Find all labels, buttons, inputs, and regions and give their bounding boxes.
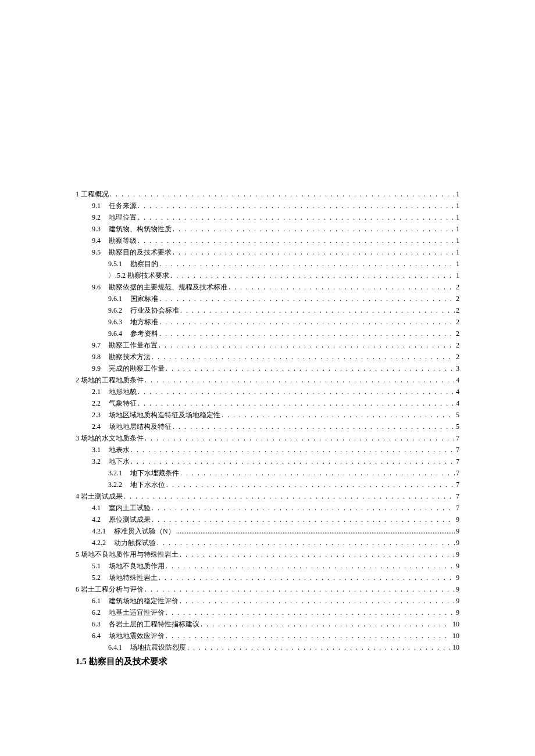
toc-leader-dots — [172, 247, 455, 257]
toc-leader-dots — [165, 630, 451, 641]
toc-entry: 3.2.2地下水水位7 — [76, 479, 459, 490]
toc-entry: 4.2.1标准贯入试验（N）9 — [76, 526, 459, 536]
toc-leader-dots — [179, 596, 455, 606]
toc-number: 9.8 — [92, 352, 101, 362]
toc-title: 〉.5.2 勘察技术要求 — [108, 270, 169, 281]
toc-title: 任务来源 — [109, 200, 137, 211]
toc-number: 2.3 — [92, 410, 101, 420]
toc-number: 9.6 — [92, 282, 101, 292]
toc-page-number: 10 — [451, 642, 459, 653]
toc-title: 地下水埋藏条件 — [130, 468, 179, 478]
toc-leader-dots — [179, 549, 455, 560]
toc-leader-dots — [137, 200, 455, 211]
toc-title: 勘察依据的主要规范、规程及技术标准 — [109, 282, 227, 292]
toc-entry: 6.2地基土适宜性评价9 — [76, 607, 459, 618]
toc-leader-dots — [130, 456, 455, 467]
toc-title: 地下水 — [109, 456, 130, 467]
toc-number: 9.6.3 — [108, 317, 122, 327]
toc-leader-dots — [165, 561, 455, 571]
toc-title: 场地地层结构及特征 — [109, 421, 172, 432]
toc-title: 勘察目的及技术要求 — [109, 247, 172, 257]
toc-title: 2 场地的工程地质条件 — [76, 375, 144, 385]
toc-entry: 9.6.2行业及协会标准2 — [76, 305, 459, 316]
toc-page-number: 10 — [451, 630, 459, 641]
toc-entry: 9.6.3地方标准2 — [76, 317, 459, 327]
toc-entry: 5 场地不良地质作用与特殊性岩土9 — [76, 549, 459, 560]
toc-number: 9.3 — [92, 224, 101, 234]
toc-leader-dots — [158, 317, 455, 327]
toc-title: 原位测试成果 — [109, 514, 151, 525]
toc-page-number: 9 — [455, 607, 459, 618]
toc-number: 6.4 — [92, 630, 101, 641]
toc-title: 气象特征 — [109, 398, 137, 409]
toc-entry: 3.2.1地下水埋藏条件7 — [76, 468, 459, 478]
toc-leader-dots — [172, 224, 455, 234]
toc-page-number: 2 — [455, 305, 459, 316]
toc-title: 场地地震效应评价 — [109, 630, 165, 641]
toc-page-number: 7 — [455, 491, 459, 501]
toc-page-number: 7 — [455, 445, 459, 455]
toc-page-number: 4 — [455, 398, 459, 409]
toc-number: 9.6.1 — [108, 293, 122, 304]
toc-page-number: 1 — [455, 224, 459, 234]
toc-page-number: 1 — [455, 189, 459, 199]
toc-page-number: 2 — [455, 328, 459, 339]
toc-entry: 〉.5.2 勘察技术要求1 — [76, 270, 459, 281]
toc-page-number: 2 — [455, 352, 459, 362]
toc-entry: 9.4勘察等级1 — [76, 235, 459, 246]
toc-page-number: 1 — [455, 247, 459, 257]
toc-page-number: 5 — [455, 421, 459, 432]
toc-entry: 9.9完成的勘察工作量3 — [76, 363, 459, 374]
toc-number: 3.2.2 — [108, 479, 122, 490]
toc-title: 地表水 — [109, 445, 130, 455]
toc-entry: 9.5勘察目的及技术要求1 — [76, 247, 459, 257]
toc-page-number: 4 — [455, 386, 459, 397]
toc-leader-dots — [158, 259, 455, 269]
toc-page-number: 9 — [455, 572, 459, 583]
toc-entry: 4.2原位测试成果9 — [76, 514, 459, 525]
toc-entry: 9.7勘察工作量布置2 — [76, 340, 459, 350]
toc-number: 3.2 — [92, 456, 101, 467]
toc-entry: 4 岩土测试成果7 — [76, 491, 459, 501]
toc-number: 9.5 — [92, 247, 101, 257]
toc-entry: 6.4.1场地抗震设防烈度10 — [76, 642, 459, 653]
toc-page-number: 7 — [455, 456, 459, 467]
toc-title: 地形地貌 — [109, 386, 137, 397]
toc-page-number: 7 — [455, 503, 459, 513]
toc-entry: 2.1地形地貌4 — [76, 386, 459, 397]
toc-page-number: 2 — [455, 282, 459, 292]
toc-page-number: 4 — [455, 375, 459, 385]
toc-title: 场地抗震设防烈度 — [130, 642, 186, 653]
toc-leader-dots — [137, 398, 455, 409]
toc-leader-dots — [179, 305, 455, 316]
toc-title: 标准贯入试验（N） — [114, 526, 175, 536]
toc-entry: 3.1地表水7 — [76, 445, 459, 455]
toc-page-number: 7 — [455, 433, 459, 443]
toc-title: 完成的勘察工作量 — [109, 363, 165, 374]
toc-page-number: 9 — [455, 596, 459, 606]
toc-leader-dots — [175, 526, 455, 536]
toc-title: 勘察工作量布置 — [109, 340, 158, 350]
table-of-contents: 1 工程概况19.1任务来源19.2地理位置19.3建筑物、构筑物性质19.4勘… — [76, 189, 459, 653]
toc-entry: 4.2.2动力触探试验9 — [76, 538, 459, 548]
toc-leader-dots — [151, 514, 455, 525]
toc-number: 9.9 — [92, 363, 101, 374]
toc-title: 6 岩土工程分析与评价 — [76, 584, 144, 594]
toc-number: 6.2 — [92, 607, 101, 618]
toc-number: 4.2.2 — [92, 538, 106, 548]
toc-leader-dots — [151, 352, 455, 362]
toc-page-number: 9 — [455, 526, 459, 536]
toc-number: 2.4 — [92, 421, 101, 432]
toc-entry: 2.3场地区域地质构造特征及场地稳定性5 — [76, 410, 459, 420]
toc-number: 5.2 — [92, 572, 101, 583]
toc-leader-dots — [227, 282, 455, 292]
toc-number: 9.2 — [92, 212, 101, 223]
toc-number: 9.5.1 — [108, 259, 122, 269]
toc-page-number: 1 — [455, 212, 459, 223]
toc-leader-dots — [158, 293, 455, 304]
toc-leader-dots — [144, 433, 455, 443]
toc-entry: 2 场地的工程地质条件4 — [76, 375, 459, 385]
toc-title: 地下水水位 — [130, 479, 165, 490]
toc-entry: 9.6.4参考资料2 — [76, 328, 459, 339]
toc-title: 场地不良地质作用 — [109, 561, 165, 571]
